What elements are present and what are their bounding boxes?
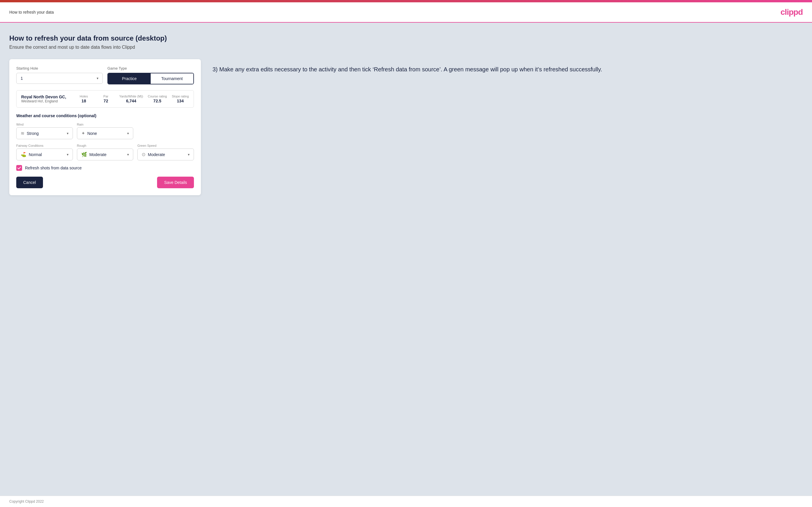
- course-rating-stat: Course rating 72.5: [148, 95, 167, 103]
- rain-select[interactable]: ✦ None ▾: [77, 127, 134, 139]
- yards-stat: Yards/White (M)) 6,744: [119, 95, 143, 103]
- fairway-label: Fairway Conditions: [16, 144, 73, 147]
- instruction-text: 3) Make any extra edits necessary to the…: [212, 65, 803, 74]
- fairway-select[interactable]: ⛳ Normal ▾: [16, 149, 73, 160]
- conditions-row: Fairway Conditions ⛳ Normal ▾ Rough 🌿 Mo…: [16, 144, 194, 160]
- holes-label: Holes: [75, 95, 93, 98]
- game-type-toggle: Practice Tournament: [107, 73, 194, 84]
- checkmark-icon: [17, 166, 21, 170]
- refresh-checkbox-row: Refresh shots from data source: [16, 165, 194, 171]
- fairway-icon: ⛳: [20, 152, 27, 157]
- yards-value: 6,744: [119, 99, 143, 103]
- page-subtitle: Ensure the correct and most up to date d…: [9, 45, 803, 50]
- wind-group: Wind ≋ Strong ▾: [16, 123, 73, 139]
- chevron-down-icon: ▾: [188, 153, 190, 157]
- fairway-group: Fairway Conditions ⛳ Normal ▾: [16, 144, 73, 160]
- course-rating-label: Course rating: [148, 95, 167, 98]
- main-content: How to refresh your data from source (de…: [0, 22, 812, 496]
- rough-select[interactable]: 🌿 Moderate ▾: [77, 149, 134, 160]
- green-speed-icon: ⊙: [142, 152, 145, 157]
- rain-icon: ✦: [81, 130, 85, 136]
- header: How to refresh your data clippd: [0, 2, 812, 22]
- form-card: Starting Hole 1 ▾ 1 Game Type Practice T…: [9, 59, 201, 195]
- slope-rating-stat: Slope rating 134: [171, 95, 189, 103]
- refresh-checkbox-label: Refresh shots from data source: [25, 166, 82, 170]
- course-row: Royal North Devon GC, Westward Ho!, Engl…: [16, 91, 194, 107]
- course-info: Royal North Devon GC, Westward Ho!, Engl…: [21, 95, 70, 103]
- copyright-text: Copyright Clippd 2022: [9, 500, 44, 504]
- rough-label: Rough: [77, 144, 134, 147]
- form-top-row: Starting Hole 1 ▾ 1 Game Type Practice T…: [16, 66, 194, 84]
- header-title: How to refresh your data: [9, 10, 54, 14]
- rain-value: None: [87, 131, 125, 136]
- slope-rating-value: 134: [171, 99, 189, 103]
- weather-section-header: Weather and course conditions (optional): [16, 113, 194, 118]
- side-instruction: 3) Make any extra edits necessary to the…: [212, 59, 803, 79]
- practice-button[interactable]: Practice: [108, 73, 151, 84]
- holes-stat: Holes 18: [75, 95, 93, 103]
- chevron-down-icon: ▾: [67, 131, 68, 135]
- fairway-value: Normal: [29, 152, 64, 157]
- content-area: Starting Hole 1 ▾ 1 Game Type Practice T…: [9, 59, 803, 195]
- rain-label: Rain: [77, 123, 134, 126]
- slope-rating-label: Slope rating: [171, 95, 189, 98]
- game-type-group: Game Type Practice Tournament: [107, 66, 194, 84]
- holes-value: 18: [75, 99, 93, 103]
- cancel-button[interactable]: Cancel: [16, 177, 43, 188]
- wind-icon: ≋: [20, 130, 24, 136]
- top-bar: [0, 0, 812, 2]
- chevron-down-icon: ▾: [127, 153, 129, 157]
- chevron-down-icon: ▾: [67, 153, 68, 157]
- green-speed-value: Moderate: [148, 152, 186, 157]
- par-stat: Par 72: [97, 95, 115, 103]
- par-label: Par: [97, 95, 115, 98]
- course-location: Westward Ho!, England: [21, 99, 70, 103]
- wind-select[interactable]: ≋ Strong ▾: [16, 127, 73, 139]
- rain-group: Rain ✦ None ▾: [77, 123, 134, 139]
- wind-label: Wind: [16, 123, 73, 126]
- wind-value: Strong: [27, 131, 64, 136]
- rough-icon: 🌿: [81, 152, 87, 157]
- chevron-down-icon: ▾: [127, 131, 129, 135]
- yards-label: Yards/White (M)): [119, 95, 143, 98]
- starting-hole-group: Starting Hole 1 ▾ 1: [16, 66, 103, 84]
- green-speed-group: Green Speed ⊙ Moderate ▾: [137, 144, 194, 160]
- game-type-label: Game Type: [107, 66, 194, 70]
- wind-rain-row: Wind ≋ Strong ▾ Rain ✦ None ▾: [16, 123, 194, 139]
- starting-hole-label: Starting Hole: [16, 66, 103, 70]
- tournament-button[interactable]: Tournament: [151, 73, 193, 84]
- button-row: Cancel Save Details: [16, 177, 194, 188]
- refresh-checkbox[interactable]: [16, 165, 22, 171]
- green-speed-label: Green Speed: [137, 144, 194, 147]
- rough-group: Rough 🌿 Moderate ▾: [77, 144, 134, 160]
- logo: clippd: [781, 7, 803, 17]
- green-speed-select[interactable]: ⊙ Moderate ▾: [137, 149, 194, 160]
- page-title: How to refresh your data from source (de…: [9, 34, 803, 42]
- rough-value: Moderate: [89, 152, 125, 157]
- par-value: 72: [97, 99, 115, 103]
- course-name: Royal North Devon GC,: [21, 95, 70, 99]
- course-table: Royal North Devon GC, Westward Ho!, Engl…: [16, 90, 194, 108]
- starting-hole-select[interactable]: 1 ▾ 1: [16, 73, 103, 84]
- footer: Copyright Clippd 2022: [0, 496, 812, 507]
- course-rating-value: 72.5: [148, 99, 167, 103]
- save-button[interactable]: Save Details: [157, 177, 194, 188]
